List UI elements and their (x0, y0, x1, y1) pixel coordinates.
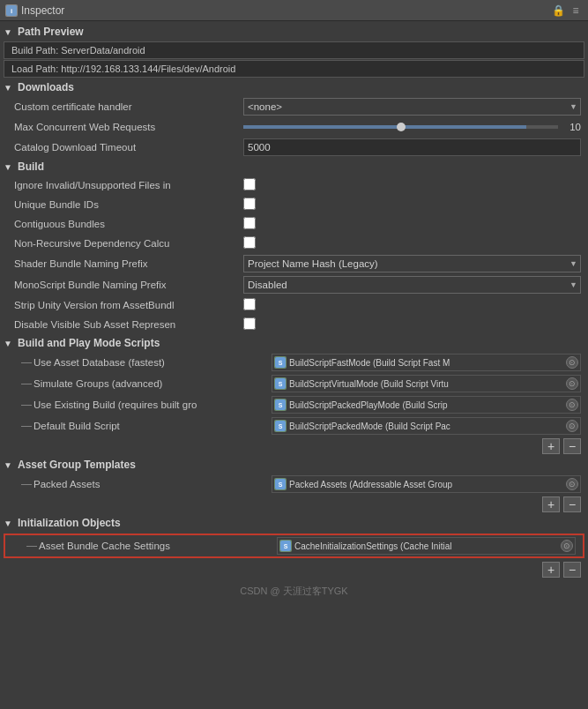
asset-group-title: Asset Group Templates (18, 459, 136, 471)
triangle-build: ▼ (4, 162, 14, 172)
title-text: Inspector (21, 4, 64, 17)
monoscript-prefix-dropdown-wrapper: Disabled ▼ (243, 276, 581, 294)
custom-cert-value: <none> ▼ (243, 98, 581, 116)
max-concurrent-value: 10 (243, 122, 581, 132)
inspector-window: i Inspector 🔒 ≡ ▼ Path Preview Build Pat… (0, 0, 588, 709)
init-objects-add-btn[interactable]: + (542, 562, 560, 578)
script-circle-btn-0[interactable]: ⊙ (566, 356, 578, 369)
section-build-play[interactable]: ▼ Build and Play Mode Scripts (0, 334, 588, 352)
script-row-3: — Default Build Script S BuildScriptPack… (0, 415, 588, 437)
monoscript-prefix-row: MonoScript Bundle Naming Prefix Disabled… (0, 274, 588, 295)
asset-group-value-0: S Packed Assets (Addressable Asset Group… (272, 475, 581, 493)
build-play-title: Build and Play Mode Scripts (18, 337, 160, 349)
init-objects-add-remove: + − (0, 560, 588, 579)
custom-cert-dropdown[interactable]: <none> (243, 98, 581, 116)
svg-text:S: S (279, 402, 283, 408)
max-concurrent-number: 10 (563, 122, 581, 132)
init-object-row-0: — Asset Bundle Cache Settings S CacheIni… (5, 535, 583, 556)
monoscript-prefix-label: MonoScript Bundle Naming Prefix (14, 280, 243, 290)
asset-group-remove-btn[interactable]: − (563, 496, 581, 512)
title-bar: i Inspector 🔒 ≡ (0, 0, 588, 21)
custom-cert-dropdown-wrapper: <none> ▼ (243, 98, 581, 116)
build-play-content: — Use Asset Database (fastest) S BuildSc… (0, 352, 588, 456)
contiguous-bundles-checkbox[interactable] (243, 217, 256, 229)
non-recursive-cb (243, 236, 581, 251)
load-path-text: Load Path: http://192.168.133.144/Files/… (11, 63, 235, 74)
init-object-circle-btn-0[interactable]: ⊙ (561, 540, 573, 552)
section-init-objects[interactable]: ▼ Initialization Objects (0, 514, 588, 532)
disable-visible-checkbox[interactable] (243, 317, 256, 330)
script-circle-btn-1[interactable]: ⊙ (566, 377, 578, 390)
script-row-0: — Use Asset Database (fastest) S BuildSc… (0, 352, 588, 373)
scroll-content: ▼ Path Preview Build Path: ServerData/an… (0, 21, 588, 709)
init-object-value-0: S CacheInitializationSettings (Cache Ini… (277, 537, 576, 555)
build-scripts-add-remove: + − (0, 437, 588, 456)
init-object-icon-0: S (279, 540, 292, 552)
script-value-2: S BuildScriptPackedPlayMode (Build Scrip… (272, 396, 581, 414)
non-recursive-label: Non-Recursive Dependency Calcu (14, 238, 243, 249)
script-circle-btn-2[interactable]: ⊙ (566, 399, 578, 411)
asset-group-circle-btn-0[interactable]: ⊙ (566, 478, 578, 490)
build-scripts-remove-btn[interactable]: − (563, 438, 581, 454)
dash-2: — (21, 399, 33, 411)
menu-button[interactable]: ≡ (569, 4, 583, 18)
shader-prefix-label: Shader Bundle Naming Prefix (14, 258, 243, 269)
svg-text:S: S (284, 543, 288, 549)
svg-text:S: S (279, 423, 283, 429)
catalog-timeout-label: Catalog Download Timeout (14, 142, 243, 153)
section-asset-group-templates[interactable]: ▼ Asset Group Templates (0, 456, 588, 474)
load-path-row: Load Path: http://192.168.133.144/Files/… (4, 60, 584, 78)
unique-bundle-cb (243, 198, 581, 213)
dash-1: — (21, 377, 33, 390)
build-title: Build (18, 160, 44, 173)
script-label-3: Default Build Script (33, 421, 272, 431)
script-value-1: S BuildScriptVirtualMode (Build Script V… (272, 375, 581, 392)
asset-group-dash-0: — (21, 478, 33, 490)
triangle-asset-group: ▼ (4, 460, 14, 470)
shader-prefix-value: Project Name Hash (Legacy) ▼ (243, 255, 581, 272)
script-row-2: — Use Existing Build (requires built gro… (0, 394, 588, 415)
init-objects-title: Initialization Objects (18, 517, 121, 529)
triangle-build-play: ▼ (4, 339, 14, 348)
init-object-highlight-wrapper: — Asset Bundle Cache Settings S CacheIni… (4, 534, 584, 558)
unique-bundle-checkbox[interactable] (243, 198, 256, 210)
unique-bundle-label: Unique Bundle IDs (14, 199, 243, 210)
script-circle-btn-3[interactable]: ⊙ (566, 420, 578, 432)
script-row-1: — Simulate Groups (advanced) S BuildScri… (0, 373, 588, 394)
script-label-0: Use Asset Database (fastest) (33, 357, 272, 368)
dash-0: — (21, 356, 33, 369)
script-value-0: S BuildScriptFastMode (Build Script Fast… (272, 354, 581, 371)
path-preview-content: Build Path: ServerData/android Load Path… (0, 41, 588, 78)
max-concurrent-slider[interactable] (243, 125, 558, 129)
init-objects-remove-btn[interactable]: − (563, 562, 581, 578)
lock-button[interactable]: 🔒 (551, 4, 565, 18)
script-text-3: BuildScriptPackedMode (Build Script Pac (289, 422, 563, 431)
section-downloads[interactable]: ▼ Downloads (0, 78, 588, 96)
strip-unity-checkbox[interactable] (243, 298, 256, 310)
asset-group-label-0: Packed Assets (33, 479, 272, 489)
catalog-timeout-value (243, 138, 581, 156)
script-label-1: Simulate Groups (advanced) (33, 378, 272, 389)
init-objects-content: — Asset Bundle Cache Settings S CacheIni… (0, 534, 588, 579)
monoscript-prefix-dropdown[interactable]: Disabled (243, 276, 581, 294)
ignore-invalid-row: Ignore Invalid/Unsupported Files in (0, 175, 588, 195)
disable-visible-row: Disable Visible Sub Asset Represen (0, 315, 588, 334)
ignore-invalid-checkbox[interactable] (243, 178, 256, 190)
disable-visible-label: Disable Visible Sub Asset Represen (14, 319, 243, 330)
contiguous-bundles-cb (243, 217, 581, 232)
downloads-title: Downloads (18, 81, 74, 93)
init-object-label-0: Asset Bundle Cache Settings (39, 541, 277, 551)
section-path-preview[interactable]: ▼ Path Preview (0, 23, 588, 41)
shader-prefix-row: Shader Bundle Naming Prefix Project Name… (0, 253, 588, 274)
init-object-text-0: CacheInitializationSettings (Cache Initi… (294, 541, 558, 551)
asset-group-content: — Packed Assets S Packed Assets (Address… (0, 474, 588, 514)
asset-group-add-btn[interactable]: + (542, 496, 560, 512)
non-recursive-checkbox[interactable] (243, 236, 256, 249)
svg-text:S: S (279, 481, 283, 488)
section-build[interactable]: ▼ Build (0, 158, 588, 175)
catalog-timeout-input[interactable] (243, 138, 581, 156)
shader-prefix-dropdown[interactable]: Project Name Hash (Legacy) (243, 255, 581, 272)
script-text-1: BuildScriptVirtualMode (Build Script Vir… (289, 379, 563, 389)
build-scripts-add-btn[interactable]: + (542, 438, 560, 454)
disable-visible-cb (243, 317, 581, 332)
